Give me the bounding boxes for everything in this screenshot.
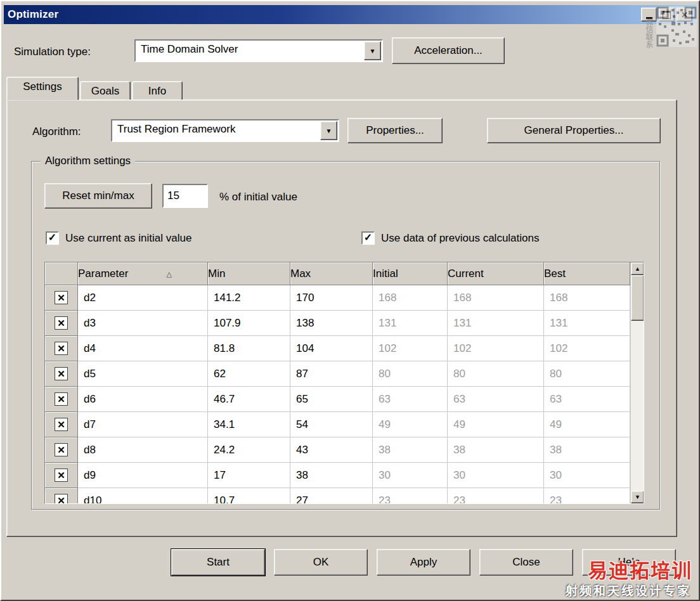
optimizer-dialog: Optimizer Simulation type: Time Domain S… [0, 0, 700, 601]
min-cell[interactable]: 81.8 [208, 336, 290, 361]
best-cell: 80 [544, 361, 630, 387]
row-select-cell[interactable] [45, 285, 78, 311]
header-current[interactable]: Current [448, 262, 544, 285]
initial-cell: 102 [373, 336, 448, 361]
min-cell[interactable]: 24.2 [208, 437, 290, 463]
properties-button[interactable]: Properties... [347, 118, 443, 143]
row-select-cell[interactable] [45, 361, 78, 387]
row-select-cell[interactable] [45, 336, 78, 361]
row-select-cell[interactable] [45, 437, 78, 463]
best-cell: 168 [544, 285, 630, 311]
max-cell[interactable]: 27 [290, 488, 373, 504]
close-button-footer[interactable]: Close [479, 549, 573, 576]
tab-info[interactable]: Info [132, 81, 183, 100]
parameter-cell[interactable]: d2 [78, 285, 208, 311]
parameter-cell[interactable]: d4 [78, 336, 208, 361]
current-cell: 30 [448, 463, 544, 488]
row-select-cell[interactable] [45, 463, 78, 488]
header-min[interactable]: Min [208, 262, 290, 285]
max-cell[interactable]: 170 [290, 285, 373, 311]
current-cell: 23 [448, 488, 544, 504]
max-cell[interactable]: 43 [290, 437, 373, 463]
checkbox-checked-icon[interactable] [55, 342, 68, 355]
close-button[interactable] [677, 8, 692, 22]
best-cell: 23 [544, 488, 630, 504]
use-current-checkbox-row[interactable]: Use current as initial value [46, 231, 191, 245]
checkbox-checked-icon[interactable] [55, 469, 68, 482]
scrollbar-thumb[interactable] [631, 275, 644, 321]
max-cell[interactable]: 54 [290, 412, 373, 437]
settings-tab-panel: Algorithm: Trust Region Framework Proper… [6, 100, 677, 537]
checkbox-checked-icon[interactable] [46, 231, 59, 245]
header-parameter[interactable]: Parameter △ [78, 262, 208, 285]
scroll-down-icon[interactable] [631, 491, 644, 503]
use-previous-checkbox-row[interactable]: Use data of previous calculations [361, 231, 539, 245]
max-cell[interactable]: 87 [290, 361, 373, 387]
min-cell[interactable]: 10.7 [208, 488, 290, 504]
general-properties-button[interactable]: General Properties... [487, 118, 661, 143]
checkbox-checked-icon[interactable] [55, 418, 68, 431]
parameter-cell[interactable]: d3 [78, 311, 208, 336]
max-cell[interactable]: 138 [290, 311, 373, 336]
row-select-cell[interactable] [45, 488, 78, 504]
initial-cell: 80 [373, 361, 448, 387]
parameter-cell[interactable]: d6 [78, 387, 208, 412]
acceleration-button[interactable]: Acceleration... [392, 37, 505, 64]
parameter-cell[interactable]: d7 [78, 412, 208, 437]
chevron-down-icon[interactable] [364, 41, 381, 60]
tab-settings[interactable]: Settings [6, 77, 79, 100]
max-cell[interactable]: 38 [290, 463, 373, 488]
algorithm-settings-group: Algorithm settings Reset min/max % of in… [31, 161, 660, 510]
min-cell[interactable]: 17 [208, 463, 290, 488]
min-cell[interactable]: 62 [208, 361, 290, 387]
row-select-cell[interactable] [45, 412, 78, 437]
algorithm-dropdown[interactable]: Trust Region Framework [111, 119, 339, 142]
current-cell: 63 [448, 387, 544, 412]
parameter-cell[interactable]: d10 [78, 488, 208, 504]
checkbox-checked-icon[interactable] [55, 291, 68, 304]
reset-minmax-button[interactable]: Reset min/max [44, 183, 152, 209]
start-button[interactable]: Start [171, 549, 265, 576]
min-cell[interactable]: 107.9 [208, 311, 290, 336]
parameter-cell[interactable]: d9 [78, 463, 208, 488]
tab-goals[interactable]: Goals [80, 81, 131, 100]
table-row: d4 81.8 104 102 102 102 [45, 336, 630, 361]
chevron-down-icon[interactable] [320, 121, 337, 140]
checkbox-checked-icon[interactable] [361, 231, 375, 245]
header-best[interactable]: Best [544, 262, 630, 285]
minimize-button[interactable] [641, 8, 657, 22]
max-cell[interactable]: 104 [290, 336, 373, 361]
min-cell[interactable]: 141.2 [208, 285, 290, 311]
header-select[interactable] [45, 262, 78, 285]
max-cell[interactable]: 65 [290, 387, 373, 412]
min-cell[interactable]: 46.7 [208, 387, 290, 412]
help-button[interactable]: Help [582, 549, 676, 576]
row-select-cell[interactable] [45, 311, 78, 336]
checkbox-checked-icon[interactable] [55, 316, 68, 330]
table-row: d8 24.2 43 38 38 38 [45, 437, 630, 463]
sort-asc-icon: △ [166, 263, 171, 285]
min-cell[interactable]: 34.1 [208, 412, 290, 437]
apply-button[interactable]: Apply [377, 549, 470, 576]
checkbox-checked-icon[interactable] [55, 392, 68, 406]
current-cell: 131 [448, 311, 544, 336]
best-cell: 131 [544, 311, 630, 336]
ok-button[interactable]: OK [274, 549, 368, 576]
row-select-cell[interactable] [45, 387, 78, 412]
maximize-button[interactable] [659, 8, 675, 22]
scroll-up-icon[interactable] [631, 262, 644, 275]
simulation-type-dropdown[interactable]: Time Domain Solver [134, 39, 383, 62]
parameter-cell[interactable]: d8 [78, 437, 208, 463]
table-scrollbar[interactable] [630, 262, 644, 503]
simulation-type-value: Time Domain Solver [141, 43, 238, 56]
title-bar[interactable]: Optimizer [4, 5, 696, 24]
parameter-cell[interactable]: d5 [78, 361, 208, 387]
header-initial[interactable]: Initial [373, 262, 448, 285]
checkbox-checked-icon[interactable] [55, 367, 68, 380]
current-cell: 168 [448, 285, 544, 311]
initial-cell: 168 [373, 285, 448, 311]
checkbox-checked-icon[interactable] [55, 494, 68, 504]
percent-input[interactable] [162, 184, 208, 208]
header-max[interactable]: Max [290, 262, 373, 285]
checkbox-checked-icon[interactable] [55, 443, 68, 456]
